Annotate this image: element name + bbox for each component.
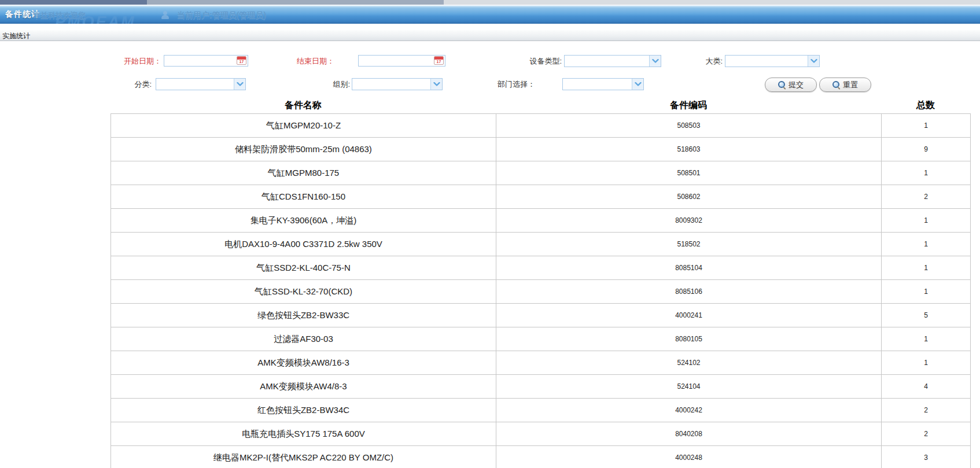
part-name-cell: AMK变频模块AW4/8-3 xyxy=(111,375,496,399)
column-header-total: 总数 xyxy=(881,100,970,112)
table-row: AMK变频模块AW8/16-3 524102 1 xyxy=(111,351,971,375)
department-label: 部门选择： xyxy=(477,78,535,90)
part-code-cell: 518603 xyxy=(496,138,882,161)
column-header-part-code: 备件编码 xyxy=(496,100,881,112)
submit-button[interactable]: 提交 xyxy=(765,78,817,92)
logo-text: PMOEAM xyxy=(55,16,205,24)
part-name-cell: 气缸SSD2-KL-40C-75-N xyxy=(111,256,496,280)
part-code-cell: 524104 xyxy=(496,375,882,399)
part-total-cell: 1 xyxy=(882,280,971,304)
part-total-cell: 2 xyxy=(882,422,971,446)
part-total-cell: 2 xyxy=(882,399,971,422)
part-code-cell: 4000248 xyxy=(496,446,882,468)
part-name-cell: 绿色按钮头ZB2-BW33C xyxy=(111,304,496,327)
magnifier-icon xyxy=(778,81,786,89)
part-code-cell: 8085106 xyxy=(496,280,882,304)
part-name-cell: 电机DAX10-9-4A00 C3371D 2.5kw 350V xyxy=(111,233,496,256)
table-row: 气缸CDS1FN160-150 508602 2 xyxy=(111,185,971,209)
table-row: 储料架防滑胶带50mm-25m (04863) 518603 9 xyxy=(111,138,971,161)
part-name-cell: 红色按钮头ZB2-BW34C xyxy=(111,399,496,422)
calendar-icon[interactable] xyxy=(434,56,444,65)
part-name-cell: 过滤器AF30-03 xyxy=(111,327,496,351)
chevron-down-icon[interactable] xyxy=(808,56,819,67)
parts-table-body: 气缸MGPM20-10-Z 508503 1 储料架防滑胶带50mm-25m (… xyxy=(111,114,971,468)
table-row: 电瓶充电插头SY175 175A 600V 8040208 2 xyxy=(111,422,971,446)
part-name-cell: 电瓶充电插头SY175 175A 600V xyxy=(111,422,496,446)
table-row: 气缸SSD2-KL-40C-75-N 8085104 1 xyxy=(111,256,971,280)
table-row: 气缸MGPM80-175 508501 1 xyxy=(111,161,971,185)
chevron-down-icon[interactable] xyxy=(234,79,245,90)
group-label: 组别: xyxy=(292,78,350,90)
chevron-down-icon[interactable] xyxy=(430,79,442,90)
table-row: 过滤器AF30-03 8080105 1 xyxy=(111,327,971,351)
table-row: 气缸SSD-KL-32-70(CKD) 8085106 1 xyxy=(111,280,971,304)
chevron-down-icon[interactable] xyxy=(649,56,661,67)
table-row: 电机DAX10-9-4A00 C3371D 2.5kw 350V 518502 … xyxy=(111,233,971,256)
table-row: 气缸MGPM20-10-Z 508503 1 xyxy=(111,114,971,138)
department-select[interactable] xyxy=(562,78,644,90)
sub-toolbar: 实施统计 xyxy=(0,30,980,41)
part-code-cell: 8080105 xyxy=(496,327,882,351)
table-row: 集电子KY-3906(60A，坤溢) 8009302 1 xyxy=(111,209,971,233)
part-code-cell: 8009302 xyxy=(496,209,882,233)
part-code-cell: 518502 xyxy=(496,233,882,256)
table-row: AMK变频模块AW4/8-3 524104 4 xyxy=(111,375,971,399)
part-total-cell: 1 xyxy=(882,327,971,351)
part-code-cell: 508501 xyxy=(496,161,882,185)
end-date-field-wrap xyxy=(358,55,445,67)
chevron-down-icon[interactable] xyxy=(632,79,643,90)
part-code-cell: 4000241 xyxy=(496,304,882,327)
part-name-cell: AMK变频模块AW8/16-3 xyxy=(111,351,496,375)
table-row: 继电器MK2P-I(替代MKS2P AC220 BY OMZ/C) 400024… xyxy=(111,446,971,468)
magnifier-icon xyxy=(832,81,840,89)
part-total-cell: 1 xyxy=(882,233,971,256)
part-name-cell: 气缸MGPM20-10-Z xyxy=(111,114,496,138)
background-logo-fragment: PMOEAM xyxy=(55,16,205,24)
part-total-cell: 3 xyxy=(882,446,971,468)
device-type-select[interactable] xyxy=(564,55,661,67)
browser-chrome-strip xyxy=(0,0,980,5)
category-label: 分类: xyxy=(94,78,152,90)
major-category-select[interactable] xyxy=(725,55,820,67)
part-total-cell: 5 xyxy=(882,304,971,327)
part-name-cell: 储料架防滑胶带50mm-25m (04863) xyxy=(111,138,496,161)
tab-implementation-statistics[interactable]: 实施统计 xyxy=(2,31,30,41)
parts-table: 气缸MGPM20-10-Z 508503 1 储料架防滑胶带50mm-25m (… xyxy=(110,113,971,468)
reset-button-label: 重置 xyxy=(843,80,858,90)
part-code-cell: 508503 xyxy=(496,114,882,138)
end-date-input[interactable] xyxy=(358,55,445,67)
part-code-cell: 8040208 xyxy=(496,422,882,446)
category-select[interactable] xyxy=(156,78,246,90)
part-total-cell: 9 xyxy=(882,138,971,161)
part-code-cell: 4000242 xyxy=(496,399,882,422)
part-name-cell: 气缸MGPM80-175 xyxy=(111,161,496,185)
calendar-icon[interactable] xyxy=(237,56,246,65)
part-code-cell: 524102 xyxy=(496,351,882,375)
spare-parts-statistics-page: 备件统计 丰益科技欢迎您 当前用户:管理员(管理员) PMOEAM 实施统计 开… xyxy=(0,0,980,468)
part-name-cell: 继电器MK2P-I(替代MKS2P AC220 BY OMZ/C) xyxy=(111,446,496,468)
major-category-label: 大类: xyxy=(665,55,723,67)
part-name-cell: 气缸SSD-KL-32-70(CKD) xyxy=(111,280,496,304)
start-date-label: 开始日期： xyxy=(104,55,161,67)
part-total-cell: 1 xyxy=(882,256,971,280)
start-date-field-wrap xyxy=(164,55,248,67)
part-code-cell: 508602 xyxy=(496,185,882,209)
table-row: 绿色按钮头ZB2-BW33C 4000241 5 xyxy=(111,304,971,327)
part-code-cell: 8085104 xyxy=(496,256,882,280)
device-type-label: 设备类型: xyxy=(504,55,562,67)
part-total-cell: 1 xyxy=(882,209,971,233)
part-total-cell: 1 xyxy=(882,351,971,375)
part-total-cell: 4 xyxy=(882,375,971,399)
start-date-input[interactable] xyxy=(164,55,248,67)
submit-button-label: 提交 xyxy=(789,80,804,90)
part-name-cell: 集电子KY-3906(60A，坤溢) xyxy=(111,209,496,233)
reset-button[interactable]: 重置 xyxy=(819,78,871,92)
part-name-cell: 气缸CDS1FN160-150 xyxy=(111,185,496,209)
part-total-cell: 1 xyxy=(882,161,971,185)
table-row: 红色按钮头ZB2-BW34C 4000242 2 xyxy=(111,399,971,422)
part-total-cell: 1 xyxy=(882,114,971,138)
group-select[interactable] xyxy=(352,78,443,90)
end-date-label: 结束日期： xyxy=(277,55,334,67)
part-total-cell: 2 xyxy=(882,185,971,209)
column-header-part-name: 备件名称 xyxy=(110,100,496,112)
